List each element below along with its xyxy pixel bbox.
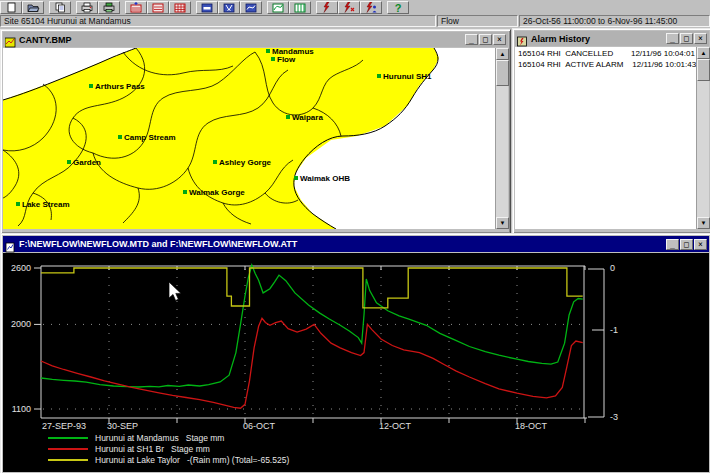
red-chart-add-icon [129, 2, 143, 13]
mouse-cursor [169, 282, 181, 301]
right-axis-label: 0 [610, 263, 615, 273]
station-marker[interactable] [183, 190, 187, 194]
map-window-titlebar[interactable]: CANTY.BMP _ □ × [3, 32, 508, 47]
copy-button[interactable] [49, 1, 71, 14]
chart-gridlines [43, 269, 583, 417]
blue-scissors-icon [222, 2, 236, 13]
x-axis-label: 30-SEP [107, 421, 138, 431]
legend-swatch [48, 437, 88, 439]
legend-swatch [48, 459, 88, 461]
map-close-button[interactable]: × [493, 34, 506, 45]
station-marker[interactable] [377, 74, 381, 78]
green-table-button[interactable] [289, 1, 311, 14]
blue-panel-icon [200, 2, 214, 13]
catchment-map[interactable]: MandamusFlowHurunui SH1Arthurs PassWaipa… [3, 48, 495, 229]
station-label: Waipara [292, 113, 323, 122]
chart-window: F:\NEWFLOW\NEWFLOW.MTD and F:\NEWFLOW\NE… [0, 233, 710, 473]
chart-close-button[interactable]: × [694, 239, 707, 250]
station-marker[interactable] [286, 115, 290, 119]
station-marker[interactable] [67, 160, 71, 164]
red-chart-button[interactable] [147, 1, 169, 14]
map-scroll-up-button[interactable]: ▲ [496, 48, 509, 60]
right-axis-label: -1 [610, 325, 618, 335]
open-file-button[interactable] [22, 1, 44, 14]
station-marker[interactable] [271, 57, 275, 61]
station-label: Camp Stream [124, 133, 176, 142]
station-label: Waimak OHB [300, 174, 350, 183]
help-icon: ? [391, 2, 405, 13]
svg-text:?: ? [395, 2, 402, 13]
alarm-lightning-button[interactable] [316, 1, 338, 14]
help-button[interactable]: ? [387, 1, 409, 14]
alarm-lightning-user-button[interactable] [360, 1, 382, 14]
map-maximize-button[interactable]: □ [479, 34, 492, 45]
blue-panel-button[interactable] [196, 1, 218, 14]
copy-icon [53, 2, 67, 13]
print-color-button[interactable] [98, 1, 120, 14]
right-axis-label: -3 [610, 412, 618, 422]
chart-restore-button[interactable]: □ [680, 239, 693, 250]
station-label: Hurunui SH1 [383, 72, 432, 81]
station-label: Flow [277, 55, 296, 64]
map-minimize-button[interactable]: _ [465, 34, 478, 45]
map-window-icon [5, 34, 16, 45]
blue-wave-icon [244, 2, 258, 13]
map-vertical-scrollbar[interactable]: ▲ ▼ [495, 48, 508, 229]
station-label: Lake Stream [22, 200, 70, 209]
station-marker[interactable] [89, 84, 93, 88]
new-document-icon [4, 2, 18, 13]
legend-row: Hurunui at Lake Taylor -(Rain mm) (Total… [3, 454, 703, 465]
station-marker[interactable] [16, 202, 20, 206]
blue-cut-button[interactable] [218, 1, 240, 14]
alarm-row[interactable]: 165104 RHI CANCELLED 12/11/96 10:04:01 [518, 48, 696, 59]
print-button[interactable] [76, 1, 98, 14]
alarm-window-titlebar[interactable]: Alarm History _ □ × [515, 31, 709, 46]
chart-client-area: 27-SEP-9330-SEP06-OCT12-OCT18-OCT2600200… [3, 253, 709, 472]
chart-window-title: F:\NEWFLOW\NEWFLOW.MTD and F:\NEWFLOW\NE… [19, 239, 666, 249]
legend-label: Hurunui at SH1 Br Stage mm [95, 444, 210, 454]
red-table-button[interactable] [169, 1, 191, 14]
lightning-cancel-icon [342, 2, 356, 13]
alarm-minimize-button[interactable]: _ [666, 33, 679, 44]
red-table-icon [173, 2, 187, 13]
right-axis-bracket [584, 266, 604, 418]
green-line-chart-button[interactable] [267, 1, 289, 14]
map-scroll-down-button[interactable]: ▼ [496, 217, 509, 229]
station-label: Waimak Gorge [189, 188, 245, 197]
alarm-close-button[interactable]: × [694, 33, 707, 44]
station-marker[interactable] [266, 49, 270, 53]
green-table-icon [293, 2, 307, 13]
alarm-scroll-down-button[interactable]: ▼ [697, 217, 710, 229]
status-site: Site 65104 Hurunui at Mandamus [0, 15, 436, 27]
green-line-chart-icon [271, 2, 285, 13]
blue-chart-button[interactable] [240, 1, 262, 14]
alarm-history-list[interactable]: 165104 RHI CANCELLED 12/11/96 10:04:0116… [515, 47, 696, 229]
station-marker[interactable] [294, 176, 298, 180]
map-window-title: CANTY.BMP [19, 35, 465, 45]
map-scroll-thumb[interactable] [496, 60, 509, 86]
printer-color-icon [102, 2, 116, 13]
legend-label: Hurunui at Mandamus Stage mm [95, 433, 224, 443]
chart-legend: Hurunui at Mandamus Stage mmHurunui at S… [3, 432, 703, 465]
alarm-lightning-cancel-button[interactable] [338, 1, 360, 14]
x-axis-label: 06-OCT [243, 421, 276, 431]
alarm-scroll-thumb[interactable] [697, 59, 710, 81]
chart-window-titlebar[interactable]: F:\NEWFLOW\NEWFLOW.MTD and F:\NEWFLOW\NE… [3, 236, 709, 252]
lightning-user-icon [364, 2, 378, 13]
legend-row: Hurunui at Mandamus Stage mm [3, 432, 703, 443]
alarm-maximize-button[interactable]: □ [680, 33, 693, 44]
alarm-scroll-up-button[interactable]: ▲ [697, 47, 710, 59]
series-line [41, 318, 583, 408]
red-chart-add-button[interactable] [125, 1, 147, 14]
left-axis-label: 1100 [12, 404, 31, 414]
status-measure: Flow [437, 15, 518, 27]
new-document-button[interactable] [0, 1, 22, 14]
alarm-vertical-scrollbar[interactable]: ▲ ▼ [696, 47, 709, 229]
main-toolbar: ? [0, 0, 710, 16]
left-axis-label: 2600 [11, 263, 31, 273]
legend-swatch [48, 448, 88, 450]
chart-minimize-button[interactable]: _ [666, 239, 679, 250]
station-marker[interactable] [118, 135, 122, 139]
station-marker[interactable] [213, 160, 217, 164]
alarm-row[interactable]: 165104 RHI ACTIVE ALARM 12/11/96 10:01:4… [518, 59, 696, 70]
